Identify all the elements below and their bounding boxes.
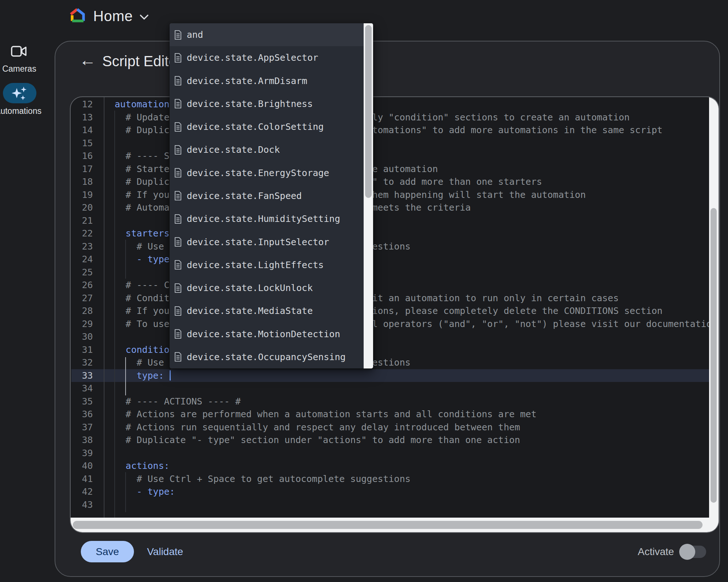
line-number: 39 [71,447,93,460]
line-number: 16 [71,150,93,163]
code-line[interactable]: type: [115,369,711,382]
activate-label: Activate [638,546,674,558]
autocomplete-item[interactable]: device.state.FanSpeed [170,184,364,207]
sidebar-item-automations-label: Automations [0,106,41,116]
code-line[interactable] [115,382,711,395]
line-number: 12 [71,98,93,111]
autocomplete-item-label: device.state.Brightness [187,99,313,109]
autocomplete-scrollbar[interactable] [364,23,373,368]
document-icon [174,76,182,86]
line-number: 32 [71,356,93,369]
line-number: 31 [71,343,93,356]
autocomplete-item[interactable]: device.state.Brightness [170,92,364,115]
autocomplete-item-label: device.state.FanSpeed [187,191,302,201]
autocomplete-item-label: device.state.LockUnlock [187,283,313,293]
document-icon [174,352,182,362]
line-number: 28 [71,304,93,318]
autocomplete-item[interactable]: device.state.LockUnlock [170,276,364,299]
code-line[interactable] [115,447,711,460]
home-menu[interactable]: Home [93,8,133,24]
editor-horizontal-scrollbar[interactable] [71,518,719,532]
chevron-down-icon[interactable] [139,14,149,20]
line-number: 33 [71,369,93,382]
line-number: 34 [71,382,93,395]
document-icon [174,237,182,247]
autocomplete-item[interactable]: device.state.Dock [170,138,364,161]
document-icon [174,53,182,63]
document-icon [174,260,182,270]
vertical-scrollbar-thumb[interactable] [711,208,717,503]
line-number: 38 [71,434,93,447]
autocomplete-item[interactable]: device.state.ArmDisarm [170,69,364,92]
autocomplete-item[interactable]: device.state.MediaState [170,299,364,322]
code-line[interactable]: # ---- ACTIONS ---- # [115,395,711,408]
line-number: 26 [71,279,93,292]
autocomplete-item-label: device.state.ColorSetting [187,121,324,132]
document-icon [174,145,182,155]
line-number: 29 [71,318,93,331]
autocomplete-item[interactable]: device.state.OccupancySensing [170,346,364,368]
document-icon [174,329,182,339]
autocomplete-item-label: device.state.MediaState [187,306,313,316]
sidebar-item-cameras[interactable]: Cameras [2,64,36,74]
code-line[interactable]: - type: [115,485,711,498]
autocomplete-item-label: device.state.LightEffects [187,260,324,270]
code-line[interactable]: actions: [115,459,711,473]
line-number: 17 [71,163,93,176]
line-number: 36 [71,408,93,421]
autocomplete-item-label: device.state.OccupancySensing [187,352,346,362]
code-line[interactable]: # Duplicate "- type" section under "acti… [115,434,711,447]
video-camera-icon[interactable] [11,45,27,57]
line-number: 25 [71,266,93,279]
sparkles-icon [11,86,28,101]
code-line[interactable] [115,498,711,511]
autocomplete-item-label: device.state.Dock [187,144,280,155]
code-line[interactable]: # Actions are performed when a automatio… [115,408,711,421]
autocomplete-item[interactable]: device.state.EnergyStorage [170,162,364,184]
document-icon [174,214,182,224]
line-number: 41 [71,473,93,486]
line-number: 40 [71,459,93,473]
document-icon [174,191,182,201]
text-cursor [170,370,171,380]
code-editor[interactable]: 1213141516171819202122232425262728293031… [70,96,719,533]
line-number: 22 [71,227,93,240]
editor-vertical-scrollbar[interactable] [709,97,719,532]
code-line[interactable]: # Use Ctrl + Space to get autocomplete s… [115,473,711,486]
line-number: 20 [71,201,93,214]
horizontal-scrollbar-thumb[interactable] [73,521,703,529]
line-number: 24 [71,253,93,266]
autocomplete-item-label: device.state.EnergyStorage [187,168,329,178]
autocomplete-scrollbar-thumb[interactable] [365,25,372,198]
line-number: 27 [71,292,93,305]
activate-toggle[interactable] [681,546,706,558]
document-icon [174,122,182,132]
document-icon [174,30,182,40]
line-number: 13 [71,111,93,124]
line-number: 19 [71,188,93,202]
line-number: 18 [71,175,93,188]
autocomplete-item[interactable]: device.state.HumiditySetting [170,207,364,230]
save-button[interactable]: Save [81,541,134,562]
document-icon [174,168,182,178]
gutter-divider [104,97,104,532]
autocomplete-list: anddevice.state.AppSelectordevice.state.… [170,23,364,368]
validate-button[interactable]: Validate [147,546,183,558]
autocomplete-item[interactable]: device.state.AppSelector [170,46,364,69]
line-number: 37 [71,421,93,434]
line-number: 43 [71,498,93,511]
line-number: 35 [71,395,93,408]
toggle-knob[interactable] [679,544,695,560]
line-number: 30 [71,330,93,343]
autocomplete-item[interactable]: and [170,23,364,46]
google-home-logo-icon [69,7,85,23]
autocomplete-item[interactable]: device.state.ColorSetting [170,115,364,138]
autocomplete-item[interactable]: device.state.LightEffects [170,254,364,276]
line-numbers: 1213141516171819202122232425262728293031… [71,98,93,511]
autocomplete-item-label: and [187,29,203,40]
back-arrow-icon[interactable]: ← [79,52,96,68]
autocomplete-item[interactable]: device.state.InputSelector [170,230,364,253]
autocomplete-item[interactable]: device.state.MotionDetection [170,322,364,345]
code-line[interactable]: # Actions run sequentially and respect a… [115,421,711,434]
line-number: 42 [71,485,93,498]
